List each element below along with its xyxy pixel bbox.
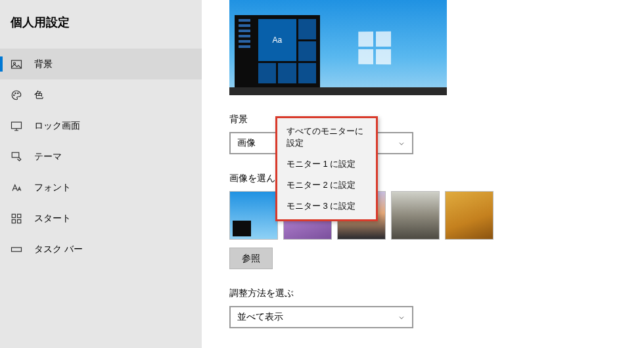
svg-rect-11 (12, 248, 22, 251)
wallpaper-thumb[interactable] (391, 191, 440, 240)
svg-rect-5 (12, 122, 22, 129)
sidebar-item-color[interactable]: 色 (0, 79, 202, 110)
desktop-preview: Aa (229, 0, 447, 95)
brush-icon (11, 151, 22, 163)
sidebar-item-font[interactable]: フォント (0, 172, 202, 203)
fit-combo[interactable]: 並べて表示 (229, 306, 413, 328)
svg-point-3 (15, 93, 16, 94)
preview-start-menu: Aa (235, 15, 320, 87)
sidebar-item-label: テーマ (34, 151, 62, 163)
sidebar-item-label: フォント (34, 182, 71, 194)
context-item-monitor-3[interactable]: モニター 3 に設定 (277, 196, 376, 217)
chevron-down-icon (398, 313, 405, 321)
preview-tile-large: Aa (258, 19, 296, 61)
sidebar-item-taskbar[interactable]: タスク バー (0, 234, 202, 265)
wallpaper-thumb[interactable] (229, 191, 278, 240)
chevron-down-icon (398, 139, 405, 147)
sidebar: 個人用設定 背景 色 ロック画面 テーマ (0, 0, 202, 348)
context-item-monitor-2[interactable]: モニター 2 に設定 (277, 175, 376, 196)
sidebar-item-lockscreen[interactable]: ロック画面 (0, 110, 202, 141)
combo-value: 画像 (237, 137, 256, 149)
sidebar-item-start[interactable]: スタート (0, 203, 202, 234)
monitor-icon (11, 120, 22, 132)
svg-point-4 (18, 93, 19, 94)
windows-logo-icon (358, 32, 391, 64)
sidebar-title: 個人用設定 (0, 14, 202, 49)
svg-rect-8 (18, 214, 21, 217)
sidebar-item-theme[interactable]: テーマ (0, 141, 202, 172)
sidebar-item-background[interactable]: 背景 (0, 49, 202, 79)
palette-icon (11, 89, 22, 101)
browse-button-label: 参照 (242, 253, 260, 265)
svg-rect-9 (12, 219, 15, 223)
taskbar-icon (11, 244, 22, 255)
sidebar-item-label: スタート (34, 213, 71, 225)
sidebar-item-label: 背景 (34, 58, 53, 70)
sidebar-item-label: タスク バー (34, 244, 83, 255)
wallpaper-thumb[interactable] (445, 191, 494, 240)
svg-rect-10 (18, 219, 21, 223)
svg-point-2 (14, 95, 15, 96)
fit-label: 調整方法を選ぶ (229, 288, 631, 299)
picture-icon (11, 58, 22, 70)
context-item-monitor-1[interactable]: モニター 1 に設定 (277, 154, 376, 175)
grid-icon (11, 213, 22, 225)
context-item-all-monitors[interactable]: すべてのモニターに設定 (277, 121, 376, 154)
main-content: Aa 背景 画像 画像を選んでください (202, 0, 644, 348)
sidebar-item-label: ロック画面 (34, 120, 80, 132)
monitor-context-menu: すべてのモニターに設定 モニター 1 に設定 モニター 2 に設定 モニター 3… (275, 116, 378, 221)
preview-taskbar (229, 87, 447, 95)
svg-rect-7 (12, 214, 15, 217)
font-icon (11, 182, 22, 194)
combo-value: 並べて表示 (237, 311, 283, 323)
sidebar-item-label: 色 (34, 89, 43, 101)
browse-button[interactable]: 参照 (229, 248, 273, 269)
svg-rect-6 (12, 152, 19, 158)
